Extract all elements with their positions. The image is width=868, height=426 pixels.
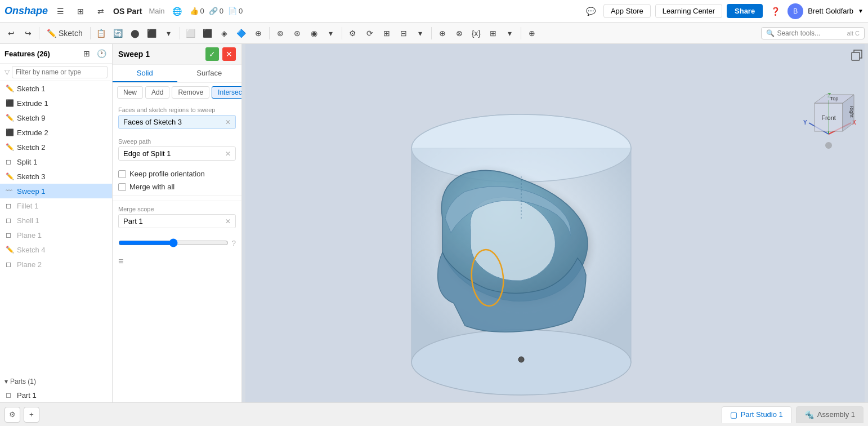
sweep-help-icon[interactable]: ? [232,239,236,247]
sweep-path-value: Edge of Split 1 ✕ [118,147,236,161]
merge-scope-clear-icon[interactable]: ✕ [225,218,231,225]
tool-18[interactable]: ⊗ [451,25,467,41]
sweep-path-clear-icon[interactable]: ✕ [225,150,231,158]
sidebar-item-plane2[interactable]: ◻ Plane 2 [0,257,112,272]
learning-center-button[interactable]: Learning Center [655,4,722,18]
tool-13[interactable]: ⚙ [345,25,361,41]
sweep-actions: ✓ ✕ [205,47,236,61]
undo-button[interactable]: ↩ [3,25,19,41]
outline-icon[interactable]: ⊞ [73,3,88,19]
user-name[interactable]: Brett Goldfarb [808,7,853,15]
tool-6[interactable]: ⬛ [200,25,216,41]
sweep-slider[interactable] [118,238,229,247]
globe-icon[interactable]: 🌐 [169,3,185,19]
item-icon: ◻ [6,158,14,166]
tool-4[interactable]: ⬛ [144,25,160,41]
user-avatar[interactable]: B [788,3,803,19]
item-label: Sketch 3 [17,172,46,181]
sidebar-item-sketch2[interactable]: ✏️ Sketch 2 [0,140,112,154]
tool-dropdown-4[interactable]: ▾ [502,25,518,41]
item-label: Plane 2 [17,260,42,269]
sidebar-item-sketch3[interactable]: ✏️ Sketch 3 [0,169,112,184]
tool-12[interactable]: ◉ [306,25,322,41]
tool-dropdown-1[interactable]: ▾ [161,25,177,41]
tool-10[interactable]: ⊚ [272,25,288,41]
comment-icon[interactable]: 💬 [583,3,599,19]
tool-7[interactable]: ◈ [217,25,232,41]
likes-counter: 👍 0 [190,7,204,15]
tool-5[interactable]: ⬜ [183,25,199,41]
tool-2[interactable]: 🔄 [110,25,126,41]
user-chevron[interactable]: ▼ [858,8,863,14]
bottom-settings-icon[interactable]: ⚙ [5,407,20,423]
sweep-cancel-button[interactable]: ✕ [222,47,236,61]
share-button[interactable]: Share [727,4,763,18]
tool-1[interactable]: 📋 [93,25,109,41]
tool-17[interactable]: ⊕ [435,25,450,41]
sidebar-filter-icon[interactable]: ⊞ [80,47,93,60]
tool-15[interactable]: ⊞ [379,25,395,41]
transform-icon[interactable]: ⇄ [93,3,109,19]
app-store-button[interactable]: App Store [603,4,651,18]
sweep-confirm-button[interactable]: ✓ [205,47,219,61]
tab-solid[interactable]: Solid [113,65,177,82]
tool-21[interactable]: ⊕ [524,25,540,41]
sidebar-item-extrude1[interactable]: ⬛ Extrude 1 [0,96,112,110]
merge-scope-text: Part 1 [123,217,143,225]
tool-8[interactable]: 🔷 [234,25,249,41]
sidebar-item-sketch1[interactable]: ✏️ Sketch 1 [0,81,112,96]
search-input[interactable] [777,29,844,37]
sidebar-item-part1[interactable]: ◻ Part 1 [0,388,112,402]
item-label: Fillet 1 [17,202,38,210]
redo-button[interactable]: ↪ [20,25,36,41]
tool-dropdown-2[interactable]: ▾ [323,25,339,41]
sidebar-item-plane1[interactable]: ◻ Plane 1 [0,228,112,242]
filter-input[interactable] [12,66,108,78]
tool-16[interactable]: ⊟ [396,25,411,41]
tool-11[interactable]: ⊛ [289,25,305,41]
subtab-intersect[interactable]: Intersect [212,86,242,99]
profile-clear-icon[interactable]: ✕ [225,118,231,126]
keep-profile-checkbox[interactable] [118,170,126,178]
brand-logo[interactable]: Onshape [5,5,48,17]
top-nav: Onshape ☰ ⊞ ⇄ OS Part Main 🌐 👍 0 🔗 0 📄 0… [0,0,868,23]
subtab-add[interactable]: Add [145,86,169,99]
merge-all-row[interactable]: Merge with all [113,180,241,193]
tool-20[interactable]: ⊞ [485,25,501,41]
sidebar-item-extrude2[interactable]: ⬛ Extrude 2 [0,125,112,140]
sketch-button[interactable]: ✏️ Sketch [42,25,87,41]
subtab-new[interactable]: New [117,86,143,99]
sidebar-item-sketch4[interactable]: ✏️ Sketch 4 [0,242,112,257]
sidebar-item-fillet1[interactable]: ◻ Fillet 1 [0,198,112,213]
menu-icon[interactable]: ☰ [52,3,68,19]
toolbar-divider-3 [180,27,180,39]
tool-9[interactable]: ⊕ [250,25,266,41]
sidebar-item-sketch9[interactable]: ✏️ Sketch 9 [0,110,112,125]
orientation-widget[interactable]: X Z Y Front Right Top [800,89,857,153]
subtab-remove[interactable]: Remove [172,86,209,99]
bottom-add-icon[interactable]: + [24,407,39,423]
merge-all-checkbox[interactable] [118,183,126,191]
tab-assembly[interactable]: 🔩 Assembly 1 [796,406,863,423]
viewport[interactable]: X Z Y Front Right Top [242,44,868,402]
sidebar-item-sweep1[interactable]: 〰 Sweep 1 [0,184,112,198]
keep-profile-row[interactable]: Keep profile orientation [113,167,241,180]
toolbar-divider-5 [342,27,342,39]
tool-3[interactable]: ⬤ [127,25,143,41]
sweep-title: Sweep 1 [118,50,150,59]
sidebar-history-icon[interactable]: 🕐 [95,47,108,60]
3d-view-icon[interactable] [850,48,863,64]
tool-19[interactable]: {x} [468,25,484,41]
tool-dropdown-3[interactable]: ▾ [413,25,428,41]
toolbar-divider-6 [431,27,432,39]
sidebar-item-shell1[interactable]: ◻ Shell 1 [0,213,112,228]
parts-section[interactable]: ▾ Parts (1) [0,375,112,388]
tab-part-studio[interactable]: ▢ Part Studio 1 [722,406,791,423]
sidebar-item-split1[interactable]: ◻ Split 1 [0,154,112,169]
tab-surface[interactable]: Surface [177,65,242,82]
item-icon: ◻ [6,260,14,268]
help-icon[interactable]: ❓ [767,3,783,19]
item-label: Sweep 1 [17,187,46,196]
viewport-svg [242,44,868,402]
tool-14[interactable]: ⟳ [362,25,378,41]
